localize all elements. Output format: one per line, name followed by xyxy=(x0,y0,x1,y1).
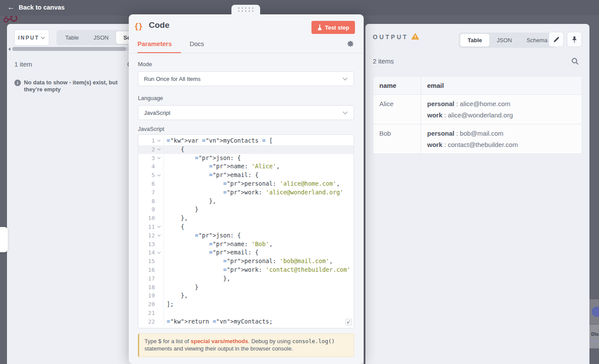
scrollbar-thumb[interactable] xyxy=(12,47,126,51)
code-line-11[interactable]: 11 { xyxy=(138,223,354,231)
fold-chevron-icon[interactable] xyxy=(155,154,163,163)
table-row[interactable]: Bobpersonal : bob@mail.comwork : contact… xyxy=(373,124,582,154)
fold-chevron-icon[interactable] xyxy=(155,145,163,154)
code-line-19[interactable]: 19 }, xyxy=(138,291,354,300)
code-line-15[interactable]: 15 ="pr">personal: 'bob@mail.com', xyxy=(138,257,354,266)
test-step-button[interactable]: Test step xyxy=(311,21,355,34)
code-line-14[interactable]: 14 ="pr">email: { xyxy=(138,248,354,257)
fold-spacer xyxy=(155,205,163,214)
input-source-select[interactable]: INPUT xyxy=(14,30,49,46)
tab-table[interactable]: Table xyxy=(460,34,489,47)
code-editor[interactable]: 1="kw">var ="vn">myContacts = [2 {3 ="pr… xyxy=(138,134,354,328)
code-line-16[interactable]: 16 ="pr">work: 'contact@thebuilder.com' xyxy=(138,266,354,274)
line-number: 15 xyxy=(138,257,155,266)
line-number: 9 xyxy=(138,205,155,214)
gutter: 12 xyxy=(138,231,164,240)
console-log-code: console.log() xyxy=(292,338,335,344)
panel-collapse-handle[interactable] xyxy=(0,227,8,252)
fold-chevron-icon[interactable] xyxy=(155,231,163,240)
mode-label: Mode xyxy=(138,61,152,67)
fold-spacer xyxy=(155,257,163,266)
fold-chevron-icon[interactable] xyxy=(155,171,163,180)
edit-output-button[interactable] xyxy=(549,32,564,47)
code-line-5[interactable]: 5 ="pr">email: { xyxy=(138,171,354,180)
gutter: 16 xyxy=(138,266,164,274)
code-line-21[interactable]: 21 xyxy=(138,309,354,317)
fold-chevron-icon[interactable] xyxy=(155,223,163,231)
line-number: 1 xyxy=(138,137,155,145)
line-number: 3 xyxy=(138,154,155,163)
code-line-2[interactable]: 2 { xyxy=(138,145,354,154)
code-line-9[interactable]: 9 } xyxy=(138,205,354,214)
code-text xyxy=(164,309,167,317)
code-node-icon: {} xyxy=(135,21,143,31)
output-panel: OUTPUT TableJSONSchema 2 items nameemail… xyxy=(365,24,589,364)
canvas-peek-card: Dis dLega xyxy=(589,299,599,348)
cell-email: personal : alice@home.comwork : alice@wo… xyxy=(421,95,582,124)
table-row[interactable]: Alicepersonal : alice@home.comwork : ali… xyxy=(373,95,582,124)
test-step-label: Test step xyxy=(325,24,349,31)
gutter: 8 xyxy=(138,197,164,206)
code-line-3[interactable]: 3 ="pr">json: { xyxy=(138,154,354,163)
gutter: 9 xyxy=(138,205,164,214)
code-text: ="pr">email: { xyxy=(164,171,258,180)
code-line-4[interactable]: 4 ="pr">name: 'Alice', xyxy=(138,162,354,171)
special-vars-link[interactable]: special vars/methods xyxy=(191,338,248,344)
output-search-icon[interactable] xyxy=(571,57,579,65)
gutter: 21 xyxy=(138,309,164,317)
line-number: 6 xyxy=(138,180,155,188)
input-items-count: 1 item xyxy=(14,60,32,68)
code-text: ="pr">json: { xyxy=(164,231,241,240)
code-text: ="pr">personal: 'alice@home.com', xyxy=(164,180,340,188)
tab-docs[interactable]: Docs xyxy=(190,40,204,47)
gear-icon[interactable] xyxy=(347,40,354,47)
code-text: }, xyxy=(164,197,216,206)
pin-data-button[interactable] xyxy=(567,32,582,47)
fold-spacer xyxy=(155,188,163,197)
line-number: 13 xyxy=(138,240,155,249)
code-line-20[interactable]: 20]; xyxy=(138,300,354,309)
column-header-email: email xyxy=(421,77,582,95)
input-empty-notice: i No data to show - item(s) exist, but t… xyxy=(14,79,131,93)
gutter: 3 xyxy=(138,154,164,163)
code-text: ]; xyxy=(164,300,174,309)
code-line-7[interactable]: 7 ="pr">work: 'alice@wonderland.org' xyxy=(138,188,354,197)
modal-drag-handle[interactable] xyxy=(231,5,260,14)
scroll-left-arrow-icon[interactable] xyxy=(8,47,10,51)
language-select[interactable]: JavaScript xyxy=(138,105,354,120)
editor-resize-grip[interactable] xyxy=(345,319,352,325)
email-line: personal : alice@home.com xyxy=(427,100,576,107)
tab-json[interactable]: JSON xyxy=(86,31,116,44)
code-line-17[interactable]: 17 }, xyxy=(138,274,354,283)
tab-json[interactable]: JSON xyxy=(489,34,519,47)
mode-select[interactable]: Run Once for All Items xyxy=(138,71,354,86)
fold-spacer xyxy=(155,283,163,292)
fold-spacer xyxy=(155,240,163,249)
email-line: personal : bob@mail.com xyxy=(427,130,576,137)
tab-parameters[interactable]: Parameters xyxy=(137,40,172,47)
line-number: 22 xyxy=(138,317,155,326)
code-text: ="pr">json: { xyxy=(164,154,241,163)
code-line-6[interactable]: 6 ="pr">personal: 'alice@home.com', xyxy=(138,180,354,188)
hint-text: Type $ for a list of xyxy=(144,338,191,344)
input-horizontal-scrollbar[interactable] xyxy=(8,47,133,51)
code-line-22[interactable]: 22="kw">return ="vn">myContacts; xyxy=(138,317,354,326)
tab-table[interactable]: Table xyxy=(58,31,86,44)
fold-chevron-icon[interactable] xyxy=(155,248,163,257)
code-line-13[interactable]: 13 ="pr">name: 'Bob', xyxy=(138,240,354,249)
code-line-18[interactable]: 18 } xyxy=(138,283,354,292)
fold-spacer xyxy=(155,214,163,223)
output-view-tabs: TableJSONSchema xyxy=(459,33,556,48)
code-line-8[interactable]: 8 }, xyxy=(138,197,354,206)
gutter: 14 xyxy=(138,248,164,257)
code-line-10[interactable]: 10 }, xyxy=(138,214,354,223)
fold-chevron-icon[interactable] xyxy=(155,137,163,145)
code-line-12[interactable]: 12 ="pr">json: { xyxy=(138,231,354,240)
code-text: }, xyxy=(164,214,188,223)
output-title: OUTPUT xyxy=(373,33,408,40)
peek-subtitle: dLega xyxy=(590,338,599,343)
code-line-1[interactable]: 1="kw">var ="vn">myContacts = [ xyxy=(138,137,354,145)
back-to-canvas-button[interactable]: ← Back to canvas xyxy=(7,3,65,11)
code-text: ="pr">personal: 'bob@mail.com', xyxy=(164,257,333,266)
code-text: ="pr">work: 'contact@thebuilder.com' xyxy=(164,266,351,274)
